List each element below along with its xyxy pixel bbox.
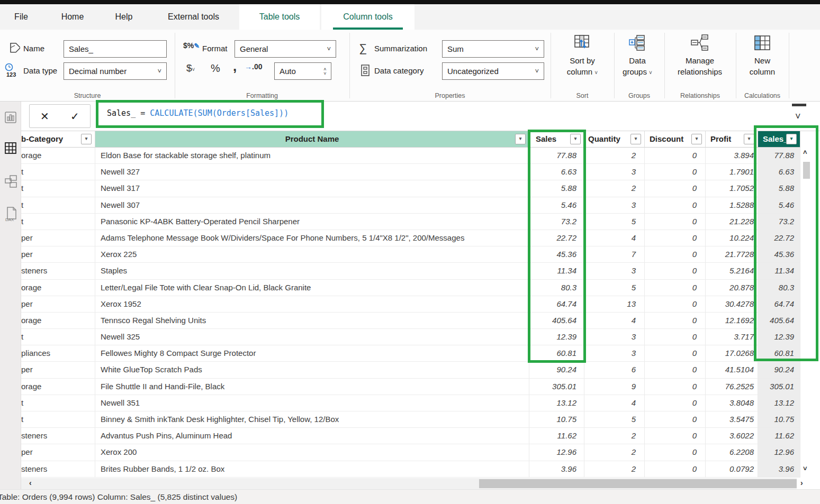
cell-product[interactable]: Newell 327 xyxy=(95,164,529,180)
cell-quantity[interactable]: 5 xyxy=(584,411,645,428)
cell-discount[interactable]: 0 xyxy=(645,461,706,478)
cell-quantity[interactable]: 6 xyxy=(584,362,645,378)
cell-product[interactable]: Binney & Smith inkTank Desk Highlighter,… xyxy=(95,411,529,428)
summarization-select[interactable]: Sum ˅ xyxy=(442,40,544,58)
cell-sales[interactable]: 405.64 xyxy=(529,313,584,329)
table-row[interactable]: tPanasonic KP-4ABK Battery-Operated Penc… xyxy=(21,214,820,230)
cell-sub_category[interactable]: t xyxy=(21,164,95,180)
table-row[interactable]: perAdams Telephone Message Book W/Divide… xyxy=(21,230,820,246)
cell-discount[interactable]: 0 xyxy=(645,197,706,214)
dax-query-view-icon[interactable]: DAX xyxy=(4,206,18,222)
cell-product[interactable]: Tennsco Regal Shelving Units xyxy=(95,313,529,329)
filter-dropdown-icon[interactable]: ▾ xyxy=(81,134,92,144)
cell-sub_category[interactable]: t xyxy=(21,329,95,345)
data-groups-button[interactable]: Data groups ˅ xyxy=(608,34,667,78)
cell-profit[interactable]: 0.0792 xyxy=(706,461,758,478)
data-view-icon[interactable] xyxy=(4,142,17,154)
cell-sales[interactable]: 10.75 xyxy=(529,411,584,428)
cell-product[interactable]: Staples xyxy=(95,263,529,279)
filter-dropdown-icon[interactable]: ▾ xyxy=(691,134,702,144)
column-header-sales[interactable]: Sales ▾ xyxy=(529,131,584,148)
cell-discount[interactable]: 0 xyxy=(645,362,706,378)
scroll-left-icon[interactable]: ‹ xyxy=(29,479,32,487)
scroll-down-icon[interactable]: ˅ xyxy=(803,464,807,472)
table-row[interactable]: orageLetter/Legal File Tote with Clear S… xyxy=(21,280,820,296)
cell-discount[interactable]: 0 xyxy=(645,444,706,461)
filter-dropdown-icon[interactable]: ▾ xyxy=(630,134,641,144)
cell-quantity[interactable]: 5 xyxy=(584,214,645,230)
cell-sales[interactable]: 5.88 xyxy=(529,180,584,197)
cell-profit[interactable]: 1.7052 xyxy=(706,180,758,197)
cell-sub_category[interactable]: t xyxy=(21,395,95,411)
cell-sub_category[interactable]: orage xyxy=(21,313,95,329)
cell-sub_category[interactable]: steners xyxy=(21,428,95,444)
table-row[interactable]: tNewell 32512.39303.71712.39 xyxy=(21,329,820,345)
cell-sales[interactable]: 64.74 xyxy=(529,296,584,313)
cell-profit[interactable]: 1.7901 xyxy=(706,164,758,180)
filter-dropdown-icon[interactable]: ▾ xyxy=(515,134,526,144)
cell-product[interactable]: Xerox 200 xyxy=(95,444,529,461)
horizontal-scrollbar[interactable]: ‹ › xyxy=(21,478,820,489)
cell-sales_[interactable]: 77.88 xyxy=(758,148,800,164)
cell-sales_[interactable]: 12.96 xyxy=(758,444,800,461)
cell-sales_[interactable]: 6.63 xyxy=(758,164,800,180)
cell-sales[interactable]: 3.96 xyxy=(529,461,584,478)
cell-discount[interactable]: 0 xyxy=(645,230,706,246)
cell-sales_[interactable]: 405.64 xyxy=(758,313,800,329)
cell-product[interactable]: Panasonic KP-4ABK Battery-Operated Penci… xyxy=(95,214,529,230)
column-header-sub-category[interactable]: b-Category ▾ xyxy=(21,131,95,148)
cell-sales[interactable]: 11.34 xyxy=(529,263,584,279)
column-header-quantity[interactable]: Quantity ▾ xyxy=(584,131,645,148)
cell-discount[interactable]: 0 xyxy=(645,214,706,230)
cell-product[interactable]: Advantus Push Pins, Aluminum Head xyxy=(95,428,529,444)
table-row[interactable]: pliancesFellowes Mighty 8 Compact Surge … xyxy=(21,345,820,362)
cell-sub_category[interactable]: per xyxy=(21,362,95,378)
vertical-scrollbar-thumb[interactable] xyxy=(803,162,810,179)
cell-sub_category[interactable]: t xyxy=(21,214,95,230)
cell-sales_[interactable]: 90.24 xyxy=(758,362,800,378)
cancel-formula-icon[interactable]: ✕ xyxy=(40,110,49,123)
tab-table-tools[interactable]: Table tools xyxy=(239,4,320,30)
new-column-button[interactable]: New column xyxy=(733,34,791,77)
cell-sub_category[interactable]: steners xyxy=(21,263,95,279)
cell-discount[interactable]: 0 xyxy=(645,246,706,263)
cell-profit[interactable]: 3.5475 xyxy=(706,411,758,428)
tab-column-tools[interactable]: Column tools xyxy=(321,4,414,30)
cell-sub_category[interactable]: t xyxy=(21,197,95,214)
cell-quantity[interactable]: 4 xyxy=(584,395,645,411)
cell-sales_[interactable]: 73.2 xyxy=(758,214,800,230)
stepper-arrows[interactable]: ˄ ˅ xyxy=(319,63,331,79)
tab-external-tools[interactable]: External tools xyxy=(155,4,232,30)
cell-quantity[interactable]: 3 xyxy=(584,263,645,279)
cell-product[interactable]: Newell 307 xyxy=(95,197,529,214)
table-row[interactable]: perXerox 22545.367021.772845.36 xyxy=(21,246,820,263)
cell-sub_category[interactable]: orage xyxy=(21,148,95,164)
cell-profit[interactable]: 3.717 xyxy=(706,329,758,345)
table-row[interactable]: stenersStaples11.34305.216411.34 xyxy=(21,263,820,279)
table-row[interactable]: perXerox 195264.7413030.427864.74 xyxy=(21,296,820,313)
filter-dropdown-icon[interactable]: ▾ xyxy=(570,134,581,144)
cell-sales_[interactable]: 305.01 xyxy=(758,379,800,395)
cell-product[interactable]: Eldon Base for stackable storage shelf, … xyxy=(95,148,529,164)
cell-sales_[interactable]: 11.62 xyxy=(758,428,800,444)
cell-profit[interactable]: 10.224 xyxy=(706,230,758,246)
cell-sales[interactable]: 60.81 xyxy=(529,345,584,362)
cell-sales[interactable]: 11.62 xyxy=(529,428,584,444)
cell-discount[interactable]: 0 xyxy=(645,263,706,279)
cell-profit[interactable]: 1.5288 xyxy=(706,197,758,214)
column-name-input[interactable]: Sales_ xyxy=(64,40,167,58)
table-row[interactable]: orageTennsco Regal Shelving Units405.644… xyxy=(21,313,820,329)
table-row[interactable]: tNewell 35113.12403.804813.12 xyxy=(21,395,820,411)
model-view-icon[interactable] xyxy=(4,175,18,188)
cell-product[interactable]: Brites Rubber Bands, 1 1/2 oz. Box xyxy=(95,461,529,478)
cell-quantity[interactable]: 4 xyxy=(584,313,645,329)
cell-quantity[interactable]: 3 xyxy=(584,329,645,345)
cell-profit[interactable]: 41.5104 xyxy=(706,362,758,378)
formula-bar-expand-icon[interactable]: ˅ xyxy=(795,111,801,122)
cell-quantity[interactable]: 2 xyxy=(584,461,645,478)
cell-discount[interactable]: 0 xyxy=(645,313,706,329)
cell-product[interactable]: Newell 317 xyxy=(95,180,529,197)
cell-product[interactable]: Letter/Legal File Tote with Clear Snap-O… xyxy=(95,280,529,296)
cell-quantity[interactable]: 13 xyxy=(584,296,645,313)
cell-sales[interactable]: 12.39 xyxy=(529,329,584,345)
